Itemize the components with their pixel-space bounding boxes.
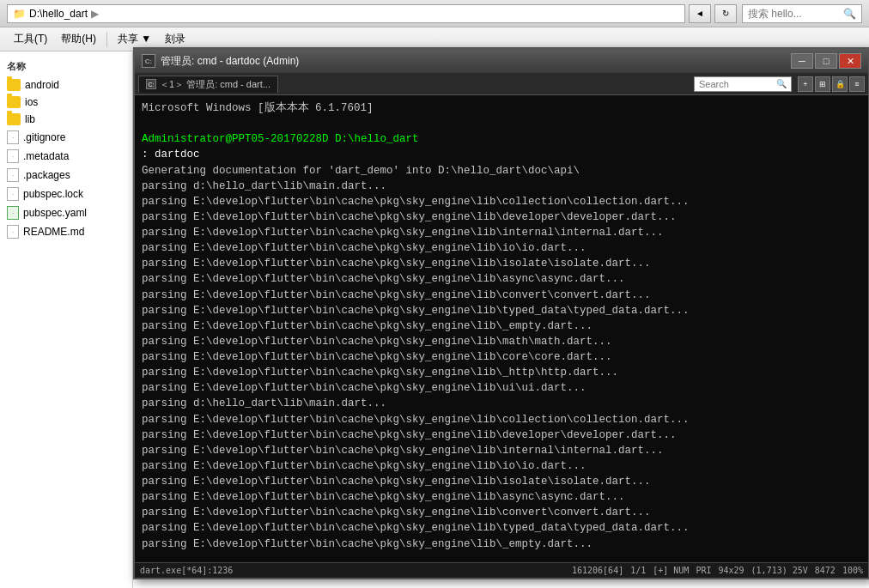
explorer-search-box[interactable]: 🔍 bbox=[742, 4, 862, 23]
statusbar-info8: 100% bbox=[842, 566, 863, 575]
cmd-output-line: parsing E:\develop\flutter\bin\cache\pkg… bbox=[142, 458, 861, 474]
cmd-output-line: parsing E:\develop\flutter\bin\cache\pkg… bbox=[142, 443, 861, 458]
cmd-prompt-line: Administrator@PPT05-20170228D D:\hello_d… bbox=[142, 131, 861, 147]
statusbar-info1: 161206[64] bbox=[572, 566, 623, 575]
explorer-titlebar: 📁 D:\hello_dart ▶ ◄ ↻ 🔍 bbox=[0, 0, 869, 27]
statusbar-info2: 1/1 bbox=[630, 566, 646, 575]
sidebar-item-readme[interactable]: · README.md bbox=[3, 222, 129, 241]
statusbar-info3: [+] NUM bbox=[653, 566, 689, 575]
cmd-statusbar: dart.exe[*64]:1236 161206[64] 1/1 [+] NU… bbox=[135, 562, 868, 578]
cmd-content[interactable]: Microsoft Windows [版本本本 6.1.7601] Admini… bbox=[135, 95, 868, 562]
folder-icon bbox=[7, 79, 21, 91]
cmd-output-line: parsing E:\develop\flutter\bin\cache\pkg… bbox=[142, 334, 861, 349]
file-icon: · bbox=[7, 187, 19, 201]
cmd-output-line: parsing E:\develop\flutter\bin\cache\pkg… bbox=[142, 225, 861, 240]
cmd-title-text: 管理员: cmd - dartdoc (Admin) bbox=[161, 54, 791, 69]
search-icon: 🔍 bbox=[776, 79, 787, 88]
cmd-window-icon: C: bbox=[142, 54, 155, 68]
sidebar-item-label: pubspec.yaml bbox=[23, 207, 87, 219]
cmd-minimize-button[interactable]: ─ bbox=[791, 53, 813, 69]
statusbar-right: 161206[64] 1/1 [+] NUM PRI 94x29 (1,713)… bbox=[572, 566, 863, 575]
toolbar-help[interactable]: 帮助(H) bbox=[54, 30, 103, 48]
cmd-output-line: parsing E:\develop\flutter\bin\cache\pkg… bbox=[142, 194, 861, 209]
sidebar-item-gitignore[interactable]: · .gitignore bbox=[3, 128, 129, 147]
cmd-line-blank bbox=[142, 116, 861, 131]
sidebar-item-label: android bbox=[25, 79, 59, 91]
nav-back-button[interactable]: ◄ bbox=[689, 4, 711, 23]
sidebar-item-packages[interactable]: · .packages bbox=[3, 166, 129, 185]
sidebar-item-pubspec-lock[interactable]: · pubspec.lock bbox=[3, 185, 129, 203]
cmd-output-line: parsing E:\develop\flutter\bin\cache\pkg… bbox=[142, 427, 861, 443]
cmd-output-line: parsing E:\develop\flutter\bin\cache\pkg… bbox=[142, 288, 861, 303]
sidebar-item-ios[interactable]: ios bbox=[3, 94, 129, 111]
sidebar-item-label: lib bbox=[25, 113, 35, 125]
file-icon: · bbox=[7, 130, 19, 144]
tab-lock-button[interactable]: 🔒 bbox=[832, 76, 848, 92]
file-icon: · bbox=[7, 225, 19, 239]
toolbar-tools[interactable]: 工具(T) bbox=[7, 30, 54, 48]
statusbar-info7: 8472 bbox=[815, 566, 836, 575]
folder-icon bbox=[7, 113, 21, 125]
sidebar-item-label: pubspec.lock bbox=[23, 188, 83, 200]
cmd-window-controls: ─ □ ✕ bbox=[791, 53, 861, 69]
file-icon: · bbox=[7, 168, 19, 182]
search-icon: 🔍 bbox=[843, 8, 856, 20]
toolbar-burn[interactable]: 刻录 bbox=[158, 30, 192, 48]
cmd-output-line: parsing d:\hello_dart\lib\main.dart... bbox=[142, 179, 861, 194]
cmd-output-line: parsing E:\develop\flutter\bin\cache\pkg… bbox=[142, 536, 861, 552]
sidebar-item-pubspec-yaml[interactable]: · pubspec.yaml bbox=[3, 203, 129, 222]
sidebar-header: 名称 bbox=[3, 58, 129, 76]
explorer-icon: 📁 bbox=[13, 8, 26, 20]
cmd-command-line: : dartdoc bbox=[142, 147, 861, 162]
cmd-output-line: parsing E:\develop\flutter\bin\cache\pkg… bbox=[142, 318, 861, 334]
cmd-search-box[interactable]: 🔍 bbox=[694, 76, 792, 92]
cmd-output-line: parsing E:\develop\flutter\bin\cache\pkg… bbox=[142, 412, 861, 427]
toolbar-divider bbox=[106, 32, 107, 47]
cmd-output-line: parsing E:\develop\flutter\bin\cache\pkg… bbox=[142, 489, 861, 505]
cmd-line-version: Microsoft Windows [版本本本 6.1.7601] bbox=[142, 100, 861, 116]
cmd-output-line: parsing E:\develop\flutter\bin\cache\pkg… bbox=[142, 505, 861, 520]
cmd-output: Generating documentation for 'dart_demo'… bbox=[142, 163, 861, 552]
sidebar-item-android[interactable]: android bbox=[3, 76, 129, 94]
cmd-output-line: parsing E:\develop\flutter\bin\cache\pkg… bbox=[142, 271, 861, 287]
cmd-output-line: parsing E:\develop\flutter\bin\cache\pkg… bbox=[142, 240, 861, 256]
sidebar-item-label: ios bbox=[25, 96, 38, 108]
cmd-output-line: parsing E:\develop\flutter\bin\cache\pkg… bbox=[142, 474, 861, 489]
explorer-sidebar: 名称 android ios lib · .gitignore · .met bbox=[0, 52, 133, 588]
cmd-output-line: parsing E:\develop\flutter\bin\cache\pkg… bbox=[142, 380, 861, 396]
statusbar-info4: PRI bbox=[696, 566, 711, 575]
cmd-tab-label: ＜1＞ 管理员: cmd - dart... bbox=[160, 78, 270, 91]
sidebar-item-lib[interactable]: lib bbox=[3, 111, 129, 128]
cmd-tab-icon: C: bbox=[146, 79, 156, 89]
explorer-path-box[interactable]: 📁 D:\hello_dart ▶ bbox=[7, 4, 685, 23]
path-arrow: ▶ bbox=[91, 8, 99, 20]
cmd-close-button[interactable]: ✕ bbox=[839, 53, 861, 69]
tab-menu-button[interactable]: ≡ bbox=[849, 76, 865, 92]
toolbar-share[interactable]: 共享 ▼ bbox=[111, 30, 158, 48]
nav-refresh-button[interactable]: ↻ bbox=[714, 4, 737, 23]
cmd-output-line: parsing E:\develop\flutter\bin\cache\pkg… bbox=[142, 303, 861, 318]
file-icon: · bbox=[7, 149, 19, 163]
sidebar-item-metadata[interactable]: · .metadata bbox=[3, 147, 129, 166]
tab-view-button[interactable]: ⊞ bbox=[815, 76, 830, 92]
sidebar-item-label: .packages bbox=[23, 169, 70, 181]
cmd-search-input[interactable] bbox=[699, 79, 776, 89]
cmd-output-line: parsing E:\develop\flutter\bin\cache\pkg… bbox=[142, 520, 861, 536]
statusbar-left: dart.exe[*64]:1236 bbox=[140, 566, 572, 575]
statusbar-info6: (1,713) 25V bbox=[751, 566, 808, 575]
cmd-tab-1[interactable]: C: ＜1＞ 管理员: cmd - dart... bbox=[138, 76, 278, 93]
cmd-tabbar: C: ＜1＞ 管理员: cmd - dart... 🔍 + ⊞ 🔒 ≡ bbox=[135, 73, 868, 95]
explorer-path: D:\hello_dart bbox=[29, 8, 88, 20]
tab-extra-buttons: + ⊞ 🔒 ≡ bbox=[798, 76, 865, 92]
sidebar-item-label: README.md bbox=[23, 226, 84, 238]
sidebar-item-label: .metadata bbox=[23, 150, 69, 162]
explorer-search-input[interactable] bbox=[748, 8, 843, 20]
file-icon: · bbox=[7, 206, 19, 220]
folder-icon bbox=[7, 96, 21, 108]
tab-add-button[interactable]: + bbox=[798, 76, 813, 92]
cmd-output-line: parsing E:\develop\flutter\bin\cache\pkg… bbox=[142, 365, 861, 380]
cmd-maximize-button[interactable]: □ bbox=[815, 53, 837, 69]
cmd-output-line: parsing E:\develop\flutter\bin\cache\pkg… bbox=[142, 256, 861, 271]
cmd-window: C: 管理员: cmd - dartdoc (Admin) ─ □ ✕ C: ＜… bbox=[133, 47, 869, 579]
cmd-output-line: parsing E:\develop\flutter\bin\cache\pkg… bbox=[142, 349, 861, 365]
